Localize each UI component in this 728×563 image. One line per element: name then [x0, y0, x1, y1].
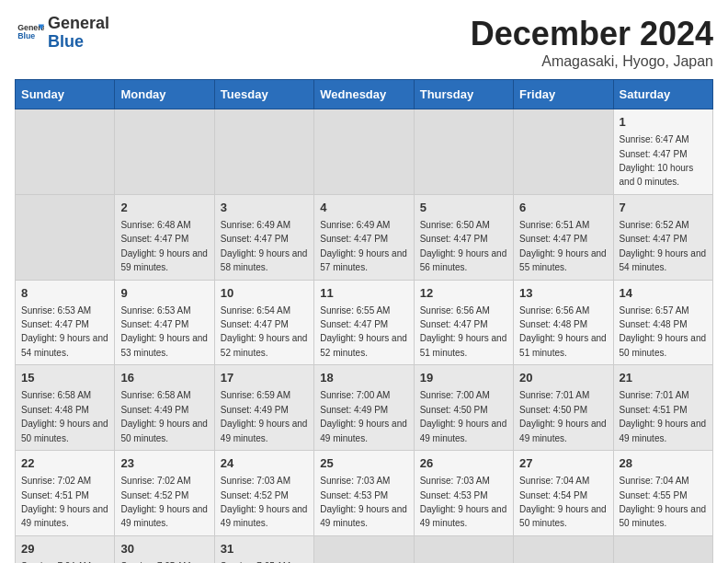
logo: General Blue General Blue — [15, 15, 109, 52]
day-cell: 14Sunrise: 6:57 AMSunset: 4:48 PMDayligh… — [613, 280, 712, 365]
calendar-week-4: 15Sunrise: 6:58 AMSunset: 4:48 PMDayligh… — [16, 365, 713, 451]
day-cell: 27Sunrise: 7:04 AMSunset: 4:54 PMDayligh… — [514, 451, 613, 536]
day-cell: 16Sunrise: 6:58 AMSunset: 4:49 PMDayligh… — [115, 365, 214, 451]
day-cell: 19Sunrise: 7:00 AMSunset: 4:50 PMDayligh… — [414, 365, 513, 451]
empty-cell — [414, 109, 513, 195]
logo-line2: Blue — [48, 32, 84, 51]
day-cell: 29Sunrise: 7:04 AMSunset: 4:55 PMDayligh… — [16, 535, 115, 563]
column-header-wednesday: Wednesday — [314, 80, 414, 109]
empty-cell — [613, 535, 712, 563]
empty-cell — [16, 109, 115, 195]
column-header-tuesday: Tuesday — [214, 80, 313, 109]
day-cell: 17Sunrise: 6:59 AMSunset: 4:49 PMDayligh… — [214, 365, 313, 451]
column-header-thursday: Thursday — [414, 80, 513, 109]
day-cell: 20Sunrise: 7:01 AMSunset: 4:50 PMDayligh… — [514, 365, 613, 451]
calendar-table: SundayMondayTuesdayWednesdayThursdayFrid… — [15, 79, 713, 563]
day-cell: 10Sunrise: 6:54 AMSunset: 4:47 PMDayligh… — [214, 280, 313, 365]
day-cell: 21Sunrise: 7:01 AMSunset: 4:51 PMDayligh… — [613, 365, 712, 451]
column-header-sunday: Sunday — [16, 80, 115, 109]
day-cell: 24Sunrise: 7:03 AMSunset: 4:52 PMDayligh… — [214, 451, 313, 536]
day-cell: 3Sunrise: 6:49 AMSunset: 4:47 PMDaylight… — [214, 194, 313, 280]
column-header-friday: Friday — [514, 80, 613, 109]
day-cell: 1Sunrise: 6:47 AMSunset: 4:47 PMDaylight… — [613, 109, 712, 195]
title-block: December 2024 Amagasaki, Hyogo, Japan — [471, 15, 713, 70]
page-header: General Blue General Blue December 2024 … — [15, 15, 713, 70]
day-cell: 22Sunrise: 7:02 AMSunset: 4:51 PMDayligh… — [16, 451, 115, 536]
empty-cell — [414, 535, 513, 563]
empty-cell — [16, 194, 115, 280]
day-cell: 7Sunrise: 6:52 AMSunset: 4:47 PMDaylight… — [613, 194, 712, 280]
calendar-week-6: 29Sunrise: 7:04 AMSunset: 4:55 PMDayligh… — [16, 535, 713, 563]
day-cell: 11Sunrise: 6:55 AMSunset: 4:47 PMDayligh… — [314, 280, 414, 365]
column-header-saturday: Saturday — [613, 80, 712, 109]
column-header-monday: Monday — [115, 80, 214, 109]
day-cell: 18Sunrise: 7:00 AMSunset: 4:49 PMDayligh… — [314, 365, 414, 451]
day-cell: 23Sunrise: 7:02 AMSunset: 4:52 PMDayligh… — [115, 451, 214, 536]
day-cell: 31Sunrise: 7:05 AMSunset: 4:57 PMDayligh… — [214, 535, 313, 563]
day-cell: 28Sunrise: 7:04 AMSunset: 4:55 PMDayligh… — [613, 451, 712, 536]
day-cell: 26Sunrise: 7:03 AMSunset: 4:53 PMDayligh… — [414, 451, 513, 536]
day-cell: 4Sunrise: 6:49 AMSunset: 4:47 PMDaylight… — [314, 194, 414, 280]
month-title: December 2024 — [471, 15, 713, 53]
calendar-week-1: 1Sunrise: 6:47 AMSunset: 4:47 PMDaylight… — [16, 109, 713, 195]
svg-text:Blue: Blue — [17, 31, 35, 40]
day-cell: 2Sunrise: 6:48 AMSunset: 4:47 PMDaylight… — [115, 194, 214, 280]
logo-line1: General — [48, 14, 109, 32]
logo-text: General Blue — [48, 15, 109, 52]
day-cell: 13Sunrise: 6:56 AMSunset: 4:48 PMDayligh… — [514, 280, 613, 365]
day-cell: 12Sunrise: 6:56 AMSunset: 4:47 PMDayligh… — [414, 280, 513, 365]
calendar-header-row: SundayMondayTuesdayWednesdayThursdayFrid… — [16, 80, 713, 109]
day-cell: 9Sunrise: 6:53 AMSunset: 4:47 PMDaylight… — [115, 280, 214, 365]
day-cell: 15Sunrise: 6:58 AMSunset: 4:48 PMDayligh… — [16, 365, 115, 451]
empty-cell — [514, 109, 613, 195]
logo-icon: General Blue — [15, 18, 44, 48]
day-cell: 6Sunrise: 6:51 AMSunset: 4:47 PMDaylight… — [514, 194, 613, 280]
empty-cell — [314, 535, 414, 563]
location: Amagasaki, Hyogo, Japan — [471, 53, 713, 70]
day-cell: 5Sunrise: 6:50 AMSunset: 4:47 PMDaylight… — [414, 194, 513, 280]
calendar-week-2: 2Sunrise: 6:48 AMSunset: 4:47 PMDaylight… — [16, 194, 713, 280]
day-cell: 25Sunrise: 7:03 AMSunset: 4:53 PMDayligh… — [314, 451, 414, 536]
empty-cell — [314, 109, 414, 195]
day-cell: 30Sunrise: 7:05 AMSunset: 4:56 PMDayligh… — [115, 535, 214, 563]
empty-cell — [214, 109, 313, 195]
day-cell: 8Sunrise: 6:53 AMSunset: 4:47 PMDaylight… — [16, 280, 115, 365]
calendar-week-3: 8Sunrise: 6:53 AMSunset: 4:47 PMDaylight… — [16, 280, 713, 365]
empty-cell — [115, 109, 214, 195]
calendar-week-5: 22Sunrise: 7:02 AMSunset: 4:51 PMDayligh… — [16, 451, 713, 536]
empty-cell — [514, 535, 613, 563]
